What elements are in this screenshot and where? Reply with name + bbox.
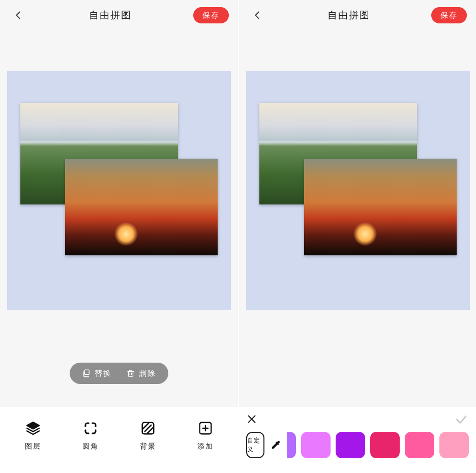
add-icon — [197, 420, 214, 437]
replace-icon — [82, 369, 91, 378]
custom-color-button[interactable]: 自定义 — [246, 432, 264, 458]
toolbar-add-label: 添加 — [197, 442, 214, 451]
layers-icon — [24, 420, 42, 437]
close-button[interactable] — [246, 413, 258, 426]
header: 自由拼图 保存 — [0, 0, 238, 31]
delete-button[interactable]: 删除 — [126, 369, 156, 378]
panel-header — [246, 412, 469, 427]
collage-canvas[interactable] — [7, 71, 231, 310]
chevron-left-icon — [252, 10, 263, 21]
svg-rect-0 — [84, 370, 89, 374]
save-button[interactable]: 保存 — [193, 7, 229, 23]
toolbar-add[interactable]: 添加 — [185, 420, 226, 451]
confirm-button[interactable] — [455, 412, 469, 427]
toolbar-corner-label: 圆角 — [82, 442, 99, 451]
background-icon — [139, 420, 157, 437]
toolbar-background-label: 背景 — [140, 442, 156, 451]
color-swatch-5[interactable] — [439, 432, 469, 458]
color-swatch-row: 自定义 — [246, 427, 469, 463]
color-swatch-3[interactable] — [370, 432, 400, 458]
replace-label: 替换 — [95, 369, 112, 378]
chevron-left-icon — [13, 10, 24, 21]
color-swatch-0[interactable] — [287, 432, 296, 458]
delete-label: 删除 — [139, 369, 156, 378]
bottom-toolbar: 图层 圆角 背景 — [0, 407, 238, 473]
header: 自由拼图 保存 — [239, 0, 476, 31]
check-icon — [455, 412, 468, 426]
trash-icon — [126, 369, 135, 378]
color-swatch-1[interactable] — [301, 432, 331, 458]
canvas-area — [0, 31, 238, 317]
close-icon — [246, 413, 257, 425]
color-swatch-4[interactable] — [405, 432, 434, 458]
back-button[interactable] — [248, 6, 266, 24]
page-title: 自由拼图 — [328, 9, 370, 22]
page-title: 自由拼图 — [89, 9, 132, 22]
save-button[interactable]: 保存 — [431, 7, 467, 23]
svg-marker-2 — [27, 422, 39, 429]
back-button[interactable] — [9, 6, 27, 24]
color-swatch-2[interactable] — [336, 432, 365, 458]
screen-right: 自由拼图 保存 自定义 — [238, 0, 476, 473]
replace-button[interactable]: 替换 — [82, 369, 112, 378]
toolbar-layers-label: 图层 — [25, 442, 41, 451]
screen-left: 自由拼图 保存 替换 删除 — [0, 0, 238, 473]
background-color-panel: 自定义 — [239, 407, 476, 473]
toolbar-layers[interactable]: 图层 — [13, 420, 53, 451]
svg-rect-1 — [129, 371, 133, 376]
toolbar-background[interactable]: 背景 — [128, 420, 168, 451]
collage-canvas[interactable] — [246, 71, 470, 310]
corner-icon — [82, 420, 99, 437]
collage-image-2[interactable] — [304, 159, 457, 255]
eyedropper-button[interactable] — [270, 432, 282, 458]
toolbar-corner[interactable]: 圆角 — [70, 420, 111, 451]
eyedropper-icon — [270, 439, 282, 451]
collage-image-2[interactable] — [65, 159, 218, 255]
canvas-area — [239, 31, 476, 317]
image-action-pill: 替换 删除 — [70, 363, 168, 384]
